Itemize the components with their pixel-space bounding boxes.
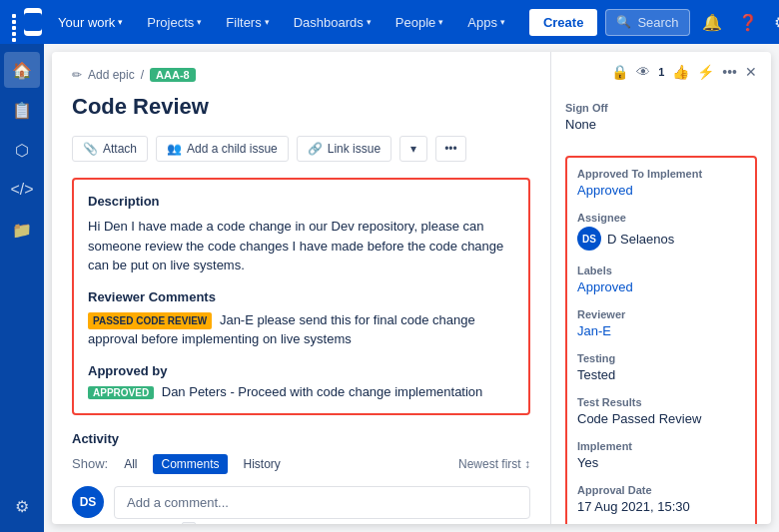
nav-filters[interactable]: Filters ▾ <box>218 11 277 34</box>
chevron-down-icon: ▾ <box>118 17 123 27</box>
sidebar-hex-icon[interactable]: ⬡ <box>4 132 40 168</box>
implement-value: Yes <box>577 455 745 470</box>
chevron-down-icon: ▾ <box>500 17 505 27</box>
nav-dashboards[interactable]: Dashboards ▾ <box>286 11 380 34</box>
field-test-results: Test results Code Passed Review <box>577 396 745 426</box>
approved-text: APPROVED Dan Peters - Proceed with code … <box>88 384 514 399</box>
activity-section: Activity Show: All Comments History Newe… <box>72 431 530 525</box>
nav-people[interactable]: People ▾ <box>388 11 451 34</box>
reviewer-comments-label: Reviewer Comments <box>88 289 514 304</box>
description-label: Description <box>88 194 514 209</box>
reviewer-text: PASSED CODE REVIEW Jan-E please send thi… <box>88 310 514 349</box>
search-bar[interactable]: 🔍 Search <box>605 9 689 36</box>
more-icon[interactable]: ••• <box>722 64 737 80</box>
assignee-label: Assignee <box>577 212 745 224</box>
nav-projects[interactable]: Projects ▾ <box>139 11 210 34</box>
labels-label: Labels <box>577 265 745 276</box>
paperclip-icon: 📎 <box>83 142 98 156</box>
reviewer-label: Reviewer <box>577 308 745 320</box>
grid-menu-icon[interactable] <box>12 14 16 30</box>
chevron-dropdown[interactable]: ▾ <box>399 136 427 162</box>
create-button[interactable]: Create <box>529 9 597 36</box>
newest-first-button[interactable]: Newest first ↕ <box>458 457 530 471</box>
testing-label: Testing <box>577 352 745 364</box>
attach-button[interactable]: 📎 Attach <box>72 136 148 162</box>
labels-value[interactable]: Approved <box>577 279 745 294</box>
lock-icon[interactable]: 🔒 <box>611 64 628 80</box>
nav-apps[interactable]: Apps ▾ <box>459 11 513 34</box>
field-reviewer: Reviewer Jan-E <box>577 308 745 338</box>
field-approval-date: Approval Date 17 Aug 2021, 15:30 <box>577 484 745 514</box>
keyboard-shortcut-m: M <box>182 522 196 525</box>
description-box: Description Hi Den I have made a code ch… <box>72 178 530 415</box>
field-assignee: Assignee DS D Selaenos <box>577 212 745 251</box>
share-icon[interactable]: ⚡ <box>697 64 714 80</box>
assignee-avatar: DS <box>577 227 601 251</box>
sign-off-value: None <box>565 117 757 132</box>
chevron-down-icon: ▾ <box>367 17 372 27</box>
breadcrumb-issue-id[interactable]: AAA-8 <box>150 68 196 82</box>
close-icon[interactable]: ✕ <box>745 64 757 80</box>
watch-count: 1 <box>658 66 664 78</box>
implement-label: Implement <box>577 440 745 452</box>
search-icon: 🔍 <box>616 15 631 29</box>
passed-code-review-badge: PASSED CODE REVIEW <box>88 312 212 329</box>
left-sidebar: 🏠 📋 ⬡ </> 📁 ⚙ <box>0 44 44 532</box>
action-buttons: 📎 Attach 👥 Add a child issue 🔗 Link issu… <box>72 136 530 162</box>
sidebar-settings-icon[interactable]: ⚙ <box>4 488 40 524</box>
nav-your-work[interactable]: Your work ▾ <box>50 11 131 34</box>
show-all-button[interactable]: All <box>116 454 145 474</box>
comment-input[interactable]: Add a comment... <box>114 486 530 519</box>
top-navigation: Your work ▾ Projects ▾ Filters ▾ Dashboa… <box>0 0 779 44</box>
sidebar-board-icon[interactable]: 📋 <box>4 92 40 128</box>
activity-label: Activity <box>72 431 530 446</box>
link-issue-button[interactable]: 🔗 Link issue <box>297 136 391 162</box>
app-logo[interactable] <box>24 8 42 36</box>
reviewer-value[interactable]: Jan-E <box>577 323 745 338</box>
description-text: Hi Den I have made a code change in our … <box>88 217 514 275</box>
sign-off-label: Sign Off <box>565 102 757 114</box>
chevron-down-icon: ▾ <box>438 17 443 27</box>
approved-by-label: Approved by <box>88 363 514 378</box>
main-panel: ✏ Add epic / AAA-8 Code Review 📎 Attach … <box>52 52 551 524</box>
approved-to-implement-label: Approved to Implement <box>577 168 745 180</box>
show-history-button[interactable]: History <box>236 454 289 474</box>
add-child-issue-button[interactable]: 👥 Add a child issue <box>156 136 289 162</box>
watch-icon[interactable]: 👁 <box>636 64 650 80</box>
chevron-down-icon: ▾ <box>197 17 202 27</box>
testing-value: Tested <box>577 367 745 382</box>
approved-to-implement-value[interactable]: Approved <box>577 183 745 198</box>
right-panel: 🔒 👁 1 👍 ⚡ ••• ✕ Sign Off None Approved t… <box>551 52 771 524</box>
add-comment-area: DS Add a comment... Pro tip: press M to … <box>72 486 530 525</box>
breadcrumb: ✏ Add epic / AAA-8 <box>72 68 530 82</box>
content-area: ✏ Add epic / AAA-8 Code Review 📎 Attach … <box>52 52 771 524</box>
current-user-avatar: DS <box>72 486 104 518</box>
approval-date-value: 17 Aug 2021, 15:30 <box>577 499 745 514</box>
sidebar-home-icon[interactable]: 🏠 <box>4 52 40 88</box>
test-results-value: Code Passed Review <box>577 411 745 426</box>
more-options-button[interactable]: ••• <box>435 136 466 162</box>
highlight-fields-box: Approved to Implement Approved Assignee … <box>565 156 757 524</box>
field-testing: Testing Tested <box>577 352 745 382</box>
settings-icon[interactable]: ⚙ <box>770 9 779 36</box>
field-implement: Implement Yes <box>577 440 745 470</box>
notifications-icon[interactable]: 🔔 <box>698 9 726 36</box>
approval-date-label: Approval Date <box>577 484 745 496</box>
link-icon: 🔗 <box>308 142 323 156</box>
show-comments-button[interactable]: Comments <box>153 454 227 474</box>
assignee-row: DS D Selaenos <box>577 227 745 251</box>
breadcrumb-edit-icon: ✏ <box>72 68 82 82</box>
sidebar-folder-icon[interactable]: 📁 <box>4 212 40 248</box>
thumbs-up-icon[interactable]: 👍 <box>672 64 689 80</box>
chevron-down-icon: ▾ <box>265 17 270 27</box>
breadcrumb-add-epic[interactable]: Add epic <box>88 68 135 82</box>
help-icon[interactable]: ❓ <box>734 9 762 36</box>
field-labels: Labels Approved <box>577 265 745 294</box>
sign-off-section: Sign Off None <box>565 102 757 144</box>
field-approved-to-implement: Approved to Implement Approved <box>577 168 745 198</box>
approved-badge: APPROVED <box>88 386 154 399</box>
search-placeholder: Search <box>637 15 678 30</box>
sidebar-code-icon[interactable]: </> <box>4 172 40 208</box>
assignee-value: D Selaenos <box>607 232 674 247</box>
pro-tip: Pro tip: press M to comment <box>114 522 530 525</box>
